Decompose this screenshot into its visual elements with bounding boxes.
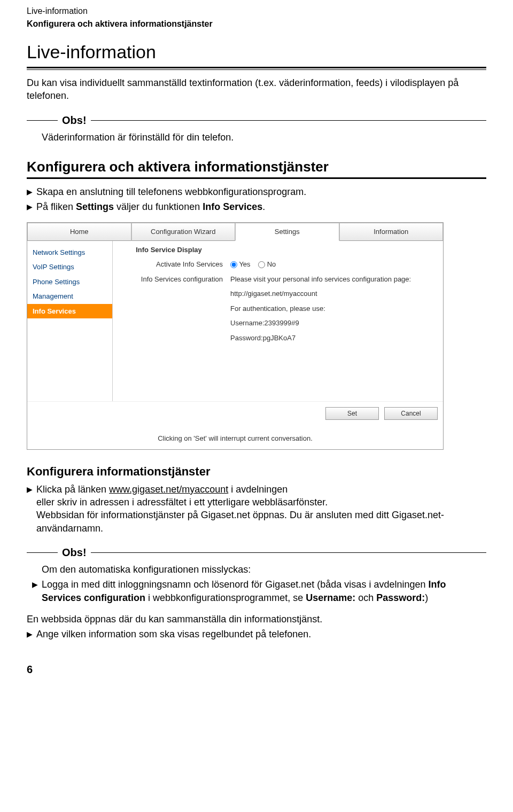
title-rule bbox=[27, 67, 486, 70]
sidebar-item-network[interactable]: Network Settings bbox=[27, 245, 112, 260]
note-text: Väderinformation är förinställd för din … bbox=[42, 131, 486, 144]
bullet-icon: ▶ bbox=[27, 185, 36, 198]
button-row: Set Cancel bbox=[27, 401, 443, 424]
cancel-button[interactable]: Cancel bbox=[384, 407, 438, 420]
label-activate: Activate Info Services bbox=[115, 260, 223, 269]
tab-bar: Home Configuration Wizard Settings Infor… bbox=[27, 223, 443, 241]
config-screenshot: Home Configuration Wizard Settings Infor… bbox=[27, 222, 444, 450]
step-text: Skapa en anslutning till telefonens webb… bbox=[36, 185, 486, 198]
password-text: Password:pgJBKoA7 bbox=[230, 333, 438, 343]
page-title: Live-information bbox=[27, 40, 486, 65]
note-legend: Obs! bbox=[58, 113, 91, 128]
screenshot-footnote: Clicking on 'Set' will interrupt current… bbox=[27, 424, 443, 450]
note-box-2: Obs! Om den automatiska konfigurationen … bbox=[27, 545, 486, 604]
label-config: Info Services configuration bbox=[115, 275, 223, 284]
step-text: På fliken Settings väljer du funktionen … bbox=[36, 200, 486, 213]
bullet-icon: ▶ bbox=[27, 483, 36, 496]
sidebar-item-info-services[interactable]: Info Services bbox=[27, 304, 112, 319]
page-number: 6 bbox=[27, 662, 486, 677]
visit-text: Please visit your personal info services… bbox=[230, 275, 438, 284]
note-text: Om den automatiska konfigurationen missl… bbox=[42, 563, 486, 576]
subsection-heading: Konfigurera informationstjänster bbox=[27, 464, 486, 480]
bullet-icon: ▶ bbox=[27, 200, 36, 213]
tab-settings[interactable]: Settings bbox=[235, 223, 339, 241]
form-heading: Info Service Display bbox=[115, 245, 223, 255]
auth-text: For authentication, please use: bbox=[230, 304, 438, 314]
radio-no[interactable]: No bbox=[258, 260, 276, 268]
step-text: Logga in med ditt inloggningsnamn och lö… bbox=[42, 578, 486, 604]
config-url: http://gigaset.net/myaccount bbox=[230, 289, 438, 299]
step-text: Klicka på länken www.gigaset.net/myaccou… bbox=[36, 483, 486, 535]
tab-config-wizard[interactable]: Configuration Wizard bbox=[131, 223, 236, 241]
running-header-2: Konfigurera och aktivera informationstjä… bbox=[27, 18, 486, 30]
set-button[interactable]: Set bbox=[325, 407, 379, 420]
step-row: ▶ Logga in med ditt inloggningsnamn och … bbox=[32, 578, 486, 604]
running-header-1: Live-information bbox=[27, 5, 486, 17]
sidebar: Network Settings VoIP Settings Phone Set… bbox=[27, 241, 113, 401]
step-row: ▶ På fliken Settings väljer du funktione… bbox=[27, 200, 486, 213]
step-row: ▶ Skapa en anslutning till telefonens we… bbox=[27, 185, 486, 198]
section-rule bbox=[27, 177, 486, 179]
sidebar-item-phone[interactable]: Phone Settings bbox=[27, 275, 112, 290]
sidebar-item-management[interactable]: Management bbox=[27, 289, 112, 304]
bullet-icon: ▶ bbox=[27, 628, 36, 641]
username-text: Username:2393999#9 bbox=[230, 318, 438, 328]
step-row: ▶ Klicka på länken www.gigaset.net/myacc… bbox=[27, 483, 486, 535]
tab-information[interactable]: Information bbox=[339, 223, 444, 241]
form-values-column: Yes No Please visit your personal info s… bbox=[230, 241, 443, 401]
link-gigaset-myaccount[interactable]: www.gigaset.net/myaccount bbox=[109, 484, 228, 495]
step-row: ▶ Ange vilken information som ska visas … bbox=[27, 628, 486, 641]
tab-home[interactable]: Home bbox=[27, 223, 131, 241]
step-text: Ange vilken information som ska visas re… bbox=[36, 628, 486, 641]
intro-paragraph: Du kan visa individuellt sammanställd te… bbox=[27, 76, 486, 103]
radio-row: Yes No bbox=[230, 260, 438, 269]
bullet-icon: ▶ bbox=[32, 578, 42, 591]
radio-yes[interactable]: Yes bbox=[230, 260, 251, 268]
note-legend: Obs! bbox=[58, 545, 91, 560]
note-box-1: Obs! Väderinformation är förinställd för… bbox=[27, 113, 486, 144]
outro-paragraph: En webbsida öppnas där du kan sammanstäl… bbox=[27, 613, 486, 626]
form-labels-column: Info Service Display Activate Info Servi… bbox=[113, 241, 230, 401]
sidebar-item-voip[interactable]: VoIP Settings bbox=[27, 260, 112, 275]
section-heading: Konfigurera och aktivera informationstjä… bbox=[27, 158, 486, 176]
